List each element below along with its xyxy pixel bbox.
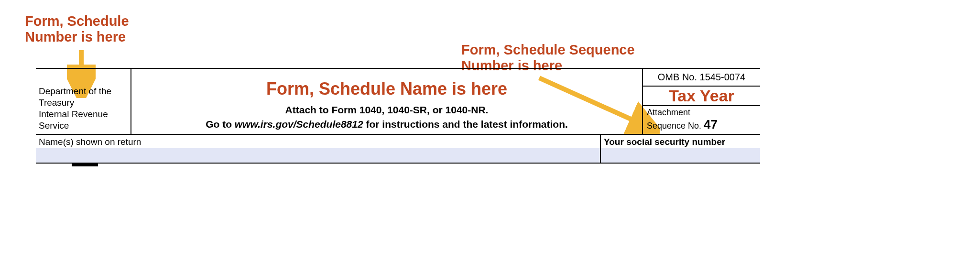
attach-instruction: Attach to Form 1040, 1040-SR, or 1040-NR… <box>136 104 637 116</box>
ssn-input[interactable] <box>601 148 760 163</box>
ssn-label: Your social security number <box>601 135 760 148</box>
names-label: Name(s) shown on return <box>36 135 600 148</box>
annotation-tax-year: Tax Year <box>669 87 734 105</box>
goto-suffix: for instructions and the latest informat… <box>363 119 568 130</box>
tax-year-slot: Tax Year <box>643 87 760 106</box>
footer-stub <box>72 164 98 166</box>
attachment-sequence: Attachment Sequence No. 47 <box>643 106 760 134</box>
annotation-form-number: Form, Schedule Number is here <box>25 13 129 45</box>
names-cell: Name(s) shown on return <box>36 135 601 163</box>
omb-number: OMB No. 1545-0074 <box>643 69 760 87</box>
dept-line-2: Internal Revenue Service <box>39 109 128 132</box>
sequence-number-value: 47 <box>704 117 718 132</box>
right-column: OMB No. 1545-0074 Tax Year Attachment Se… <box>643 69 760 134</box>
names-input[interactable] <box>36 148 600 163</box>
attachment-label: Attachment <box>647 108 756 118</box>
annotation-form-name: Form, Schedule Name is here <box>136 79 637 99</box>
department-cell: Department of the Treasury Internal Reve… <box>36 69 131 134</box>
title-cell: Form, Schedule Name is here Attach to Fo… <box>131 69 643 134</box>
goto-instruction: Go to www.irs.gov/Schedule8812 for instr… <box>136 119 637 130</box>
goto-prefix: Go to <box>206 119 235 130</box>
ssn-cell: Your social security number <box>601 135 760 163</box>
goto-url: www.irs.gov/Schedule8812 <box>235 119 363 130</box>
form-header: Department of the Treasury Internal Reve… <box>36 68 760 164</box>
dept-line-1: Department of the Treasury <box>39 86 128 109</box>
sequence-label: Sequence No. <box>647 121 704 131</box>
